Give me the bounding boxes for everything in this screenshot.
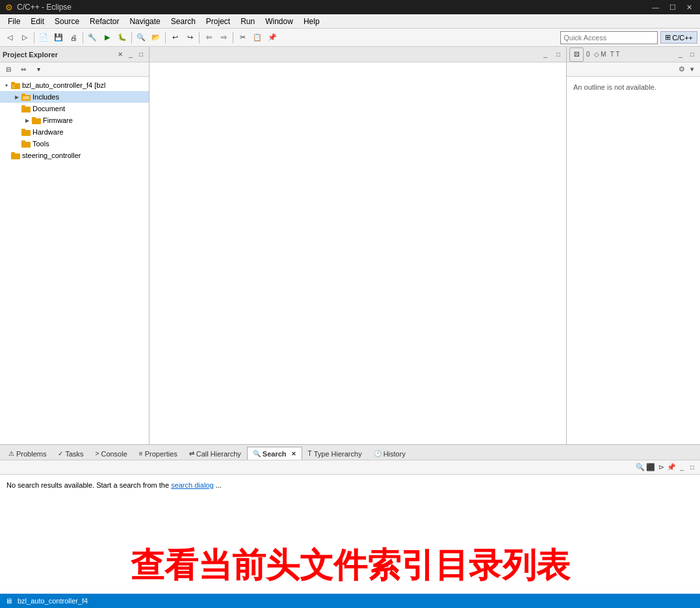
toolbar-print-button[interactable]: 🖨: [66, 31, 81, 45]
tree-item-steering[interactable]: steering_controller: [0, 150, 149, 161]
bottom-tab-icon-history: 🕐: [374, 450, 382, 457]
editor-content[interactable]: [149, 62, 566, 444]
toolbar-new-button[interactable]: 📄: [36, 31, 51, 45]
explorer-close-icon[interactable]: ✕: [115, 49, 125, 60]
toolbar-debug-button[interactable]: 🐛: [115, 31, 129, 45]
tree-arrow-root[interactable]: ▾: [3, 81, 10, 89]
tree-arrow-document[interactable]: [13, 105, 21, 112]
tree-label-document: Document: [32, 105, 65, 112]
editor-area: _ □: [149, 47, 567, 444]
close-button[interactable]: ✕: [684, 3, 695, 12]
search-dialog-link[interactable]: search dialog: [171, 481, 213, 489]
explorer-collapse-btn[interactable]: ⊟: [1, 62, 16, 77]
outline-menu-icon[interactable]: ▾: [687, 64, 697, 75]
bottom-tab-tasks[interactable]: ✓Tasks: [52, 447, 89, 460]
tree-label-steering: steering_controller: [22, 152, 81, 159]
tree-item-firmware[interactable]: ▶Firmware: [0, 114, 149, 126]
tree-item-includes[interactable]: ▶Includes: [0, 91, 149, 103]
outline-count-0: 0: [586, 51, 590, 58]
bottom-tab-console[interactable]: >Console: [90, 447, 133, 460]
menu-item-file[interactable]: File: [3, 16, 25, 27]
bottom-tab-icon-properties: ≡: [139, 450, 143, 457]
bottom-tab-history[interactable]: 🕐History: [368, 447, 411, 460]
menu-item-project[interactable]: Project: [201, 16, 235, 27]
perspective-button[interactable]: ⊞ C/C++: [660, 31, 697, 44]
tree-arrow-hardware[interactable]: [13, 128, 21, 136]
search-no-results-text: No search results available. Start a sea…: [6, 481, 169, 489]
toolbar-run-button[interactable]: ▶: [100, 31, 114, 45]
bottom-tab-problems[interactable]: ⚠Problems: [3, 447, 52, 460]
menu-item-refactor[interactable]: Refactor: [84, 16, 124, 27]
bottom-tab-label-properties: Properties: [145, 450, 177, 458]
bottom-tab-icon-tasks: ✓: [58, 450, 63, 457]
toolbar-open-button[interactable]: 📂: [149, 31, 163, 45]
tree-arrow-includes[interactable]: ▶: [13, 93, 21, 101]
outline-type-btn-0[interactable]: ⚄: [569, 47, 584, 62]
toolbar-save-button[interactable]: 💾: [51, 31, 66, 45]
menu-item-run[interactable]: Run: [235, 16, 260, 27]
bottom-tab-label-history: History: [383, 450, 406, 458]
quick-access-input[interactable]: [560, 31, 658, 44]
tree-item-tools[interactable]: Tools: [0, 138, 149, 150]
outline-maximize-icon[interactable]: □: [687, 49, 697, 60]
toolbar: ◁ ▷ 📄 💾 🖨 🔧 ▶ 🐛 🔍 📂 ↩ ↪ ⇦ ⇨ ✂ 📋 📌 ⊞ C/C+…: [0, 29, 700, 47]
tree-item-root[interactable]: ▾Cbzl_auto_controller_f4 [bzl: [0, 79, 149, 91]
outline-settings-icon[interactable]: ⚙: [677, 64, 687, 75]
toolbar-copy-button[interactable]: 📋: [250, 31, 265, 45]
outline-message: An outline is not available.: [573, 83, 656, 91]
outline-mode-t: T T: [610, 51, 620, 58]
explorer-minimize-icon[interactable]: _: [125, 49, 136, 60]
bottom-maximize-icon[interactable]: □: [687, 462, 697, 473]
toolbar-paste-button[interactable]: 📌: [265, 31, 279, 45]
toolbar-arrow-right[interactable]: ⇨: [216, 31, 231, 45]
maximize-button[interactable]: ☐: [667, 3, 679, 12]
bottom-tab-close-search[interactable]: ✕: [291, 451, 296, 457]
tree-icon-hardware: [21, 127, 31, 137]
svg-rect-11: [21, 129, 25, 131]
tree-label-includes: Includes: [32, 93, 59, 101]
project-explorer-title: Project Explorer: [3, 51, 115, 59]
bottom-minimize-icon[interactable]: _: [677, 462, 687, 473]
bottom-pin-icon[interactable]: 📌: [666, 462, 677, 473]
menu-item-window[interactable]: Window: [260, 16, 298, 27]
explorer-menu-btn[interactable]: ▾: [31, 62, 45, 77]
bottom-tab-label-callhierarchy: Call Hierarchy: [196, 450, 241, 458]
toolbar-undo-button[interactable]: ↩: [168, 31, 182, 45]
outline-minimize-icon[interactable]: _: [675, 49, 686, 60]
editor-maximize-icon[interactable]: □: [553, 49, 564, 60]
bottom-tab-properties[interactable]: ≡Properties: [133, 447, 183, 460]
bottom-search-icon[interactable]: 🔍: [635, 462, 645, 473]
toolbar-search-button[interactable]: 🔍: [134, 31, 148, 45]
bottom-tab-icon-search: 🔍: [253, 450, 261, 457]
toolbar-back-button[interactable]: ◁: [3, 31, 17, 45]
tree-arrow-firmware[interactable]: ▶: [23, 116, 31, 124]
tree-label-hardware: Hardware: [32, 128, 64, 136]
bottom-tab-callhierarchy[interactable]: ⇄Call Hierarchy: [183, 447, 247, 460]
toolbar-redo-button[interactable]: ↪: [183, 31, 197, 45]
tree-item-document[interactable]: Document: [0, 103, 149, 114]
bottom-stop-icon[interactable]: ⬛: [645, 462, 656, 473]
minimize-button[interactable]: —: [649, 3, 662, 12]
menu-item-search[interactable]: Search: [166, 16, 201, 27]
tree-label-tools: Tools: [32, 140, 49, 148]
bottom-tab-typehierarchy[interactable]: TType Hierarchy: [302, 447, 368, 460]
toolbar-cut-button[interactable]: ✂: [235, 31, 250, 45]
svg-rect-4: [21, 94, 25, 96]
toolbar-sep-6: [233, 32, 233, 44]
menu-item-help[interactable]: Help: [298, 16, 325, 27]
tree-item-hardware[interactable]: Hardware: [0, 126, 149, 138]
toolbar-arrow-left[interactable]: ⇦: [201, 31, 216, 45]
toolbar-build-button[interactable]: 🔧: [85, 31, 99, 45]
bottom-tab-search[interactable]: 🔍Search✕: [247, 447, 302, 460]
menu-item-navigate[interactable]: Navigate: [124, 16, 165, 27]
editor-minimize-icon[interactable]: _: [540, 49, 551, 60]
tree-arrow-tools[interactable]: [13, 140, 21, 148]
tree-arrow-steering[interactable]: [3, 152, 10, 159]
search-suffix: ...: [216, 481, 222, 489]
explorer-maximize-icon[interactable]: □: [136, 49, 146, 60]
explorer-link-btn[interactable]: ⇔: [16, 62, 31, 77]
menu-item-source[interactable]: Source: [49, 16, 84, 27]
bottom-filter-icon[interactable]: ⊳: [656, 462, 666, 473]
menu-item-edit[interactable]: Edit: [25, 16, 49, 27]
toolbar-forward-button[interactable]: ▷: [18, 31, 32, 45]
